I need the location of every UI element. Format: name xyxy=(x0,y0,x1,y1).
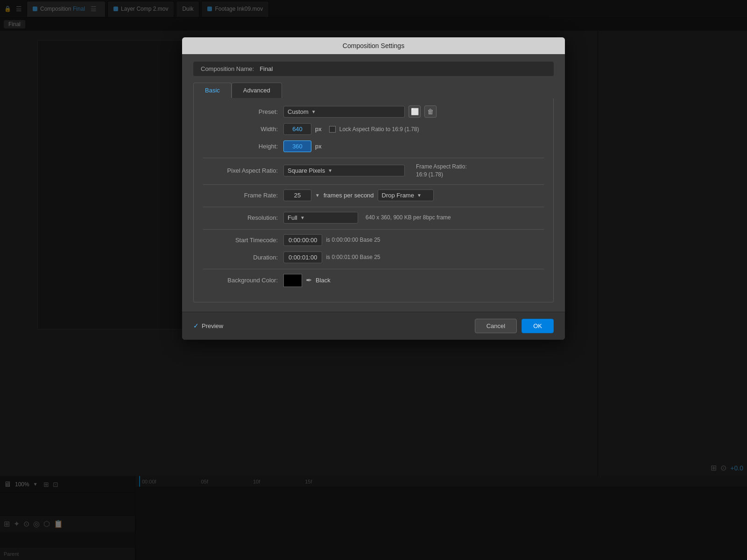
start-timecode-row: Start Timecode: 0:00:00:00 is 0:00:00:00… xyxy=(203,234,544,246)
height-input[interactable]: 360 xyxy=(283,140,311,152)
frame-rate-unit: frames per second xyxy=(324,192,374,199)
tab-basic-label: Basic xyxy=(205,87,220,94)
divider-4 xyxy=(203,229,544,230)
comp-name-label: Composition Name: xyxy=(201,65,254,72)
footer-buttons: Cancel OK xyxy=(475,319,554,333)
eyedropper-icon[interactable]: ✒ xyxy=(306,276,312,285)
dialog-body: Composition Name: Final Basic Advanced P… xyxy=(182,54,565,312)
width-label: Width: xyxy=(203,126,278,133)
duration-control: 0:00:01:00 is 0:00:01:00 Base 25 xyxy=(283,252,544,263)
lock-aspect-label: Lock Aspect Ratio to 16:9 (1.78) xyxy=(339,126,419,133)
divider-3 xyxy=(203,207,544,207)
tab-content-basic: Preset: Custom ▼ ⬜ 🗑 Width: xyxy=(193,98,554,302)
divider-1 xyxy=(203,158,544,158)
duration-label: Duration: xyxy=(203,254,278,261)
resolution-label: Resolution: xyxy=(203,214,278,221)
frame-rate-row: Frame Rate: 25 ▼ frames per second Drop … xyxy=(203,189,544,201)
start-timecode-control: 0:00:00:00 is 0:00:00:00 Base 25 xyxy=(283,234,544,246)
comp-name-row: Composition Name: Final xyxy=(193,62,554,76)
start-timecode-info: is 0:00:00:00 Base 25 xyxy=(326,237,380,243)
frame-rate-mode-dropdown[interactable]: Drop Frame ▼ xyxy=(378,189,434,201)
bg-color-name: Black xyxy=(316,277,331,284)
resolution-row: Resolution: Full ▼ 640 x 360, 900 KB per… xyxy=(203,212,544,224)
duration-row: Duration: 0:00:01:00 is 0:00:01:00 Base … xyxy=(203,252,544,263)
frame-aspect-info: Frame Aspect Ratio: 16:9 (1.78) xyxy=(416,163,467,179)
composition-settings-dialog: Composition Settings Composition Name: F… xyxy=(182,37,565,340)
preset-label: Preset: xyxy=(203,108,278,115)
pixel-aspect-control: Square Pixels ▼ Frame Aspect Ratio: 16:9… xyxy=(283,163,544,179)
bg-color-label: Background Color: xyxy=(203,277,278,284)
bg-color-control: ✒ Black xyxy=(283,274,544,287)
resolution-info: 640 x 360, 900 KB per 8bpc frame xyxy=(366,214,451,221)
lock-aspect-row: Lock Aspect Ratio to 16:9 (1.78) xyxy=(329,126,419,133)
dialog-footer: ✓ Preview Cancel OK xyxy=(182,312,565,340)
preset-delete-button[interactable]: 🗑 xyxy=(424,105,437,118)
start-timecode-label: Start Timecode: xyxy=(203,237,278,244)
cancel-button[interactable]: Cancel xyxy=(475,319,517,333)
frame-aspect-label: Frame Aspect Ratio: xyxy=(416,163,467,171)
resolution-control: Full ▼ 640 x 360, 900 KB per 8bpc frame xyxy=(283,212,544,224)
resolution-value: Full xyxy=(288,214,297,221)
width-row: Width: 640 px Lock Aspect Ratio to 16:9 … xyxy=(203,123,544,135)
frame-rate-control: 25 ▼ frames per second Drop Frame ▼ xyxy=(283,189,544,201)
frame-aspect-value: 16:9 (1.78) xyxy=(416,171,467,179)
frame-rate-mode-arrow: ▼ xyxy=(417,193,422,198)
pixel-aspect-label: Pixel Aspect Ratio: xyxy=(203,167,278,174)
dialog-titlebar: Composition Settings xyxy=(182,37,565,54)
frame-rate-label: Frame Rate: xyxy=(203,192,278,199)
duration-input[interactable]: 0:00:01:00 xyxy=(283,252,322,263)
dialog-title: Composition Settings xyxy=(343,42,404,49)
width-control: 640 px Lock Aspect Ratio to 16:9 (1.78) xyxy=(283,123,544,135)
tab-advanced[interactable]: Advanced xyxy=(232,83,282,98)
preset-dropdown-arrow: ▼ xyxy=(311,109,316,114)
pixel-aspect-value: Square Pixels xyxy=(288,167,325,174)
frame-rate-input[interactable]: 25 xyxy=(283,189,311,201)
comp-name-input[interactable]: Final xyxy=(260,65,273,72)
divider-2 xyxy=(203,184,544,185)
duration-info: is 0:00:01:00 Base 25 xyxy=(326,254,380,260)
height-unit: px xyxy=(315,143,322,150)
preset-row: Preset: Custom ▼ ⬜ 🗑 xyxy=(203,105,544,118)
frame-rate-dropdown-arrow[interactable]: ▼ xyxy=(315,193,320,198)
preset-value: Custom xyxy=(288,108,309,115)
delete-preset-icon: 🗑 xyxy=(427,108,434,115)
start-timecode-input[interactable]: 0:00:00:00 xyxy=(283,234,322,246)
height-control: 360 px xyxy=(283,140,544,152)
resolution-dropdown[interactable]: Full ▼ xyxy=(283,212,358,224)
resolution-arrow: ▼ xyxy=(300,215,305,220)
width-unit: px xyxy=(315,126,322,133)
tab-basic[interactable]: Basic xyxy=(193,83,232,98)
lock-aspect-checkbox[interactable] xyxy=(329,126,336,133)
preset-dropdown[interactable]: Custom ▼ xyxy=(283,106,405,118)
width-input[interactable]: 640 xyxy=(283,123,311,135)
pixel-aspect-dropdown[interactable]: Square Pixels ▼ xyxy=(283,165,405,176)
preview-label: Preview xyxy=(202,322,223,329)
bg-color-swatch[interactable] xyxy=(283,274,302,287)
preview-checkmark: ✓ xyxy=(193,322,199,329)
pixel-aspect-row: Pixel Aspect Ratio: Square Pixels ▼ Fram… xyxy=(203,163,544,179)
height-row: Height: 360 px xyxy=(203,140,544,152)
divider-5 xyxy=(203,269,544,269)
height-label: Height: xyxy=(203,143,278,150)
preview-checkbox-row[interactable]: ✓ Preview xyxy=(193,322,223,329)
preset-control: Custom ▼ ⬜ 🗑 xyxy=(283,105,544,118)
ok-button[interactable]: OK xyxy=(521,319,554,333)
pixel-aspect-arrow: ▼ xyxy=(328,168,332,173)
tab-advanced-label: Advanced xyxy=(243,87,270,94)
bg-color-row: Background Color: ✒ Black xyxy=(203,274,544,287)
dialog-tabs: Basic Advanced xyxy=(193,83,554,98)
frame-rate-mode-value: Drop Frame xyxy=(382,192,414,199)
save-preset-icon: ⬜ xyxy=(411,108,419,115)
preset-save-button[interactable]: ⬜ xyxy=(409,105,421,118)
